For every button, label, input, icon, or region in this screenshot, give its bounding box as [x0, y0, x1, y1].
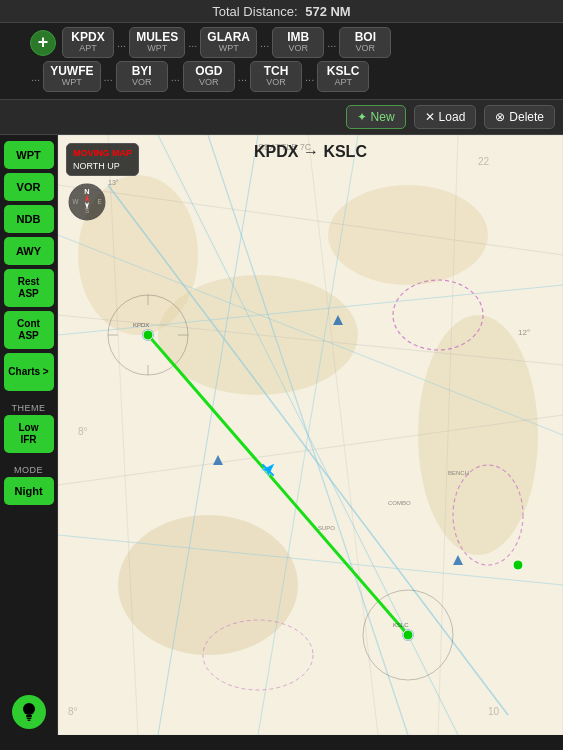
svg-text:8°: 8° — [78, 426, 88, 437]
sidebar: WPT VOR NDB AWY RestASP ContASP Charts >… — [0, 135, 58, 735]
svg-text:KSLC: KSLC — [393, 622, 409, 628]
svg-text:10: 10 — [488, 706, 500, 717]
svg-rect-3 — [27, 720, 30, 722]
north-up-label: NORTH UP — [73, 160, 132, 173]
svg-point-64 — [403, 630, 413, 640]
waypoint-imb[interactable]: IMBVOR — [272, 27, 324, 58]
map-area[interactable]: KPDX KSLC 13° 8° 22 10 8° 12° SEATTLE 7C… — [58, 135, 563, 735]
sep-8: ... — [237, 71, 248, 83]
compass-rose: N S W E — [68, 183, 106, 221]
toolbar-row: ✦ New ✕ Load ⊗ Delete — [0, 100, 563, 135]
waypoint-area: + KPDXAPT ... MULESWPT ... GLARAWPT ... … — [0, 23, 563, 100]
waypoint-glara[interactable]: GLARAWPT — [200, 27, 257, 58]
sidebar-item-awy[interactable]: AWY — [4, 237, 54, 265]
main-content: WPT VOR NDB AWY RestASP ContASP Charts >… — [0, 135, 563, 735]
theme-section: THEME LowIFR — [4, 399, 53, 453]
load-label: Load — [439, 110, 466, 124]
delete-button[interactable]: ⊗ Delete — [484, 105, 555, 129]
svg-point-13 — [118, 515, 298, 655]
load-icon: ✕ — [425, 110, 435, 124]
sidebar-item-vor[interactable]: VOR — [4, 173, 54, 201]
waypoint-row-1: + KPDXAPT ... MULESWPT ... GLARAWPT ... … — [30, 27, 559, 58]
sep-5: ... — [30, 71, 41, 83]
load-button[interactable]: ✕ Load — [414, 105, 477, 129]
waypoint-mules[interactable]: MULESWPT — [129, 27, 185, 58]
moving-map-badge: MOVING MAP NORTH UP — [66, 143, 139, 176]
sep-4: ... — [326, 37, 337, 49]
waypoint-ogd[interactable]: OGDVOR — [183, 61, 235, 92]
mode-button[interactable]: Night — [4, 477, 54, 505]
bulb-icon — [19, 701, 39, 723]
sidebar-item-ndb[interactable]: NDB — [4, 205, 54, 233]
waypoint-yuwfe[interactable]: YUWFEWPT — [43, 61, 100, 92]
new-icon: ✦ — [357, 110, 367, 124]
delete-icon: ⊗ — [495, 110, 505, 124]
svg-text:22: 22 — [478, 156, 490, 167]
svg-point-0 — [23, 703, 35, 715]
svg-text:COMBO: COMBO — [388, 500, 411, 506]
svg-text:E: E — [98, 198, 102, 205]
svg-text:SUPO: SUPO — [318, 525, 335, 531]
sep-6: ... — [103, 71, 114, 83]
waypoint-kpdx[interactable]: KPDXAPT — [62, 27, 114, 58]
mode-label: MODE — [14, 465, 43, 475]
svg-point-12 — [418, 315, 538, 555]
svg-text:SEATTLE 7C: SEATTLE 7C — [258, 142, 312, 152]
sep-1: ... — [116, 37, 127, 49]
svg-text:KPDX: KPDX — [133, 322, 149, 328]
theme-label: THEME — [12, 403, 46, 413]
mode-section: MODE Night — [4, 461, 53, 505]
sidebar-item-wpt[interactable]: WPT — [4, 141, 54, 169]
waypoint-tch[interactable]: TCHVOR — [250, 61, 302, 92]
distance-value: 572 NM — [305, 4, 351, 19]
svg-rect-2 — [26, 718, 31, 720]
svg-text:BENCH: BENCH — [448, 470, 469, 476]
waypoint-boi[interactable]: BOIVOR — [339, 27, 391, 58]
top-bar: Total Distance: 572 NM — [0, 0, 563, 23]
add-waypoint-button[interactable]: + — [30, 30, 56, 56]
svg-text:W: W — [72, 198, 78, 205]
sidebar-item-cont-asp[interactable]: ContASP — [4, 311, 54, 349]
sep-2: ... — [187, 37, 198, 49]
svg-rect-1 — [26, 715, 32, 717]
moving-map-label: MOVING MAP — [73, 147, 132, 160]
distance-label: Total Distance: — [212, 4, 297, 19]
svg-point-63 — [143, 330, 153, 340]
chart-svg: KPDX KSLC 13° 8° 22 10 8° 12° SEATTLE 7C… — [58, 135, 563, 735]
sep-7: ... — [170, 71, 181, 83]
svg-text:8°: 8° — [68, 706, 78, 717]
bulb-button[interactable] — [12, 695, 46, 729]
sep-3: ... — [259, 37, 270, 49]
waypoint-row-2: ... YUWFEWPT ... BYIVOR ... OGDVOR ... T… — [30, 61, 559, 92]
delete-label: Delete — [509, 110, 544, 124]
svg-text:12°: 12° — [518, 328, 530, 337]
theme-button[interactable]: LowIFR — [4, 415, 54, 453]
sidebar-item-charts[interactable]: Charts > — [4, 353, 54, 391]
svg-text:N: N — [84, 187, 89, 196]
new-button[interactable]: ✦ New — [346, 105, 406, 129]
new-label: New — [371, 110, 395, 124]
svg-point-65 — [513, 560, 523, 570]
svg-point-11 — [328, 185, 488, 285]
waypoint-byi[interactable]: BYIVOR — [116, 61, 168, 92]
sidebar-item-rest-asp[interactable]: RestASP — [4, 269, 54, 307]
svg-text:13°: 13° — [108, 179, 119, 186]
waypoint-kslc[interactable]: KSLCAPT — [317, 61, 369, 92]
sep-9: ... — [304, 71, 315, 83]
